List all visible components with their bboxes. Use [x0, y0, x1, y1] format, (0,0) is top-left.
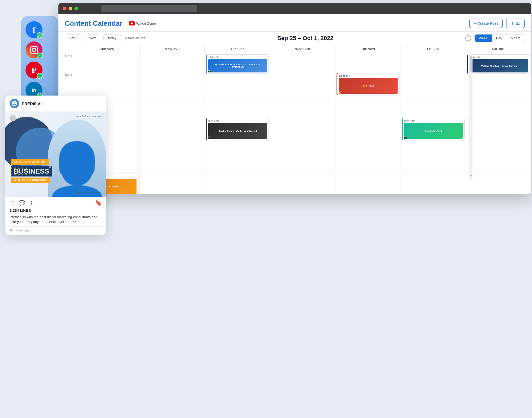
cell-mon-4[interactable] [140, 173, 205, 194]
close-button[interactable] [63, 7, 66, 10]
time-header [58, 45, 74, 53]
cell-wed-1[interactable] [270, 98, 335, 117]
cell-sat-1[interactable] [466, 98, 531, 117]
event-img-tue-0244: Craving Comfort We Got You Covered [208, 123, 267, 139]
cell-sun-11[interactable] [74, 53, 140, 72]
event-tue-1149[interactable]: 11:49 am QUALITY SNEAKERS AND FOOTWEAR F… [206, 54, 269, 74]
event-fb-icon-thu: 👍 [338, 91, 342, 94]
pinterest-check: ✓ [37, 73, 42, 79]
event-thu-1245[interactable]: 12:45 pm 💪 workout 👍 [337, 73, 399, 95]
cell-mon-1[interactable] [140, 98, 205, 117]
like-icon[interactable]: ♡ [10, 200, 14, 206]
cell-wed-4[interactable] [270, 173, 335, 194]
url-bar[interactable] [101, 5, 197, 12]
event-ig-icon-fri: 📷 [404, 136, 407, 139]
header-thu: Thu 9/29 [335, 45, 401, 53]
instagram-icon[interactable]: ✓ [25, 41, 42, 58]
facebook-row: f ✓ [25, 21, 54, 38]
event-ig-icon-tue-2: 📷 [208, 136, 211, 139]
post-time: 29 minutes ago [5, 227, 106, 235]
cell-mon-12[interactable] [140, 72, 205, 98]
calendar-grid: Sun 9/25 Mon 9/26 Tue 9/27 Wed 9/28 Thu … [58, 45, 531, 194]
cell-mon-2[interactable] [140, 117, 205, 146]
post-website: www.helpmybuss.com [76, 115, 102, 118]
cell-fri-3[interactable] [401, 146, 466, 173]
cell-tue-11[interactable]: 11:49 am QUALITY SNEAKERS AND FOOTWEAR F… [205, 53, 270, 72]
share-icon[interactable]: ✈ [29, 200, 34, 206]
cell-thu-4[interactable] [335, 173, 401, 194]
action-icons-row: ♡ 💬 ✈ 🔖 [10, 200, 102, 206]
next-button[interactable]: Next [84, 34, 100, 42]
week-tab[interactable]: Week [475, 35, 492, 42]
today-button[interactable]: today [103, 34, 121, 42]
cell-tue-2[interactable]: 02:44 pm Craving Comfort We Got You Cove… [205, 117, 270, 146]
calendar-header-row: Sun 9/25 Mon 9/26 Tue 9/27 Wed 9/28 Thu … [58, 45, 531, 53]
time-row-1pm: 1pm [58, 98, 531, 117]
pinterest-icon[interactable]: P ✓ [25, 62, 42, 79]
cell-fri-1[interactable] [401, 98, 466, 117]
calendar-controls: Prev Next today Asia/Calcutta Sep 25 – O… [58, 32, 531, 45]
cell-tue-4[interactable] [205, 173, 270, 194]
cell-wed-3[interactable] [270, 146, 335, 173]
cell-thu-12[interactable]: 12:45 pm 💪 workout 👍 [335, 72, 401, 98]
predis-app-name: PREDIS.AI [22, 101, 42, 106]
cell-wed-12[interactable] [270, 72, 335, 98]
event-fri-0244[interactable]: 02:44 pm Best Italian Food 📷 [402, 118, 465, 140]
prev-button[interactable]: Prev [65, 34, 81, 42]
cell-thu-3[interactable] [335, 146, 401, 173]
day-tab[interactable]: Day [492, 35, 507, 42]
cell-mon-3[interactable] [140, 146, 205, 173]
time-row-11am: 11am 11:49 am QUALITY SNEAKERS AND FOOTW… [58, 53, 531, 72]
event-sat-1148[interactable]: 11:48 am We Have The Burger You're Cravi… [467, 54, 530, 74]
bookmark-icon[interactable]: 🔖 [95, 200, 102, 206]
info-icon[interactable]: i [465, 35, 471, 41]
pinterest-row: P ✓ [25, 62, 54, 79]
toolbar-right: + Create Post ⬇ Ex [469, 19, 525, 28]
header-wed: Wed 9/28 [270, 45, 335, 53]
cell-wed-2[interactable] [270, 117, 335, 146]
cell-sat-11[interactable]: 11:48 am We Have The Burger You're Cravi… [466, 53, 531, 72]
header-fri: Fri 9/30 [401, 45, 466, 53]
time-label-11am: 11am [58, 53, 74, 72]
cell-sat-4[interactable] [466, 173, 531, 194]
cell-sat-12[interactable] [466, 72, 531, 98]
likes-count: 1,234 LIKES [10, 208, 102, 213]
cell-thu-2[interactable] [335, 117, 401, 146]
header-mon: Mon 9/26 [140, 45, 205, 53]
brand-avatar [10, 115, 16, 121]
cell-sat-2[interactable] [466, 117, 531, 146]
cell-fri-11[interactable] [401, 53, 466, 72]
month-tab[interactable]: Month [507, 35, 525, 42]
cell-thu-1[interactable] [335, 98, 401, 117]
cell-thu-11[interactable] [335, 53, 401, 72]
yt-play-icon [131, 22, 133, 25]
time-row-4pm: 4pm 4:20 pm 🍝 ITALIAN DELIGHTS 📷 [58, 173, 531, 194]
cell-mon-11[interactable] [140, 53, 205, 72]
cell-fri-12[interactable] [401, 72, 466, 98]
cell-sat-3[interactable] [466, 146, 531, 173]
post-card-body: 👤 LETS GROW YOUR BUSINESS WITH OUR EXPER… [5, 112, 106, 197]
svg-point-1 [32, 48, 36, 51]
facebook-icon[interactable]: f ✓ [25, 21, 42, 38]
browser-window: Content Calendar Watch Demo + Create Pos… [58, 3, 531, 194]
cell-tue-1[interactable] [205, 98, 270, 117]
maximize-button[interactable] [74, 7, 78, 10]
cell-sun-12[interactable] [74, 72, 140, 98]
timezone-label: Asia/Calcutta [125, 36, 146, 40]
cell-tue-3[interactable] [205, 146, 270, 173]
post-expertise-text: WITH OUR EXPERTISE! [11, 178, 50, 183]
cell-wed-11[interactable] [270, 53, 335, 72]
comment-icon[interactable]: 💬 [19, 200, 25, 206]
create-post-button[interactable]: + Create Post [469, 19, 503, 28]
event-time-thu-1245: 12:45 pm [339, 74, 398, 77]
minimize-button[interactable] [69, 7, 72, 10]
cell-fri-2[interactable]: 02:44 pm Best Italian Food 📷 [401, 117, 466, 146]
cell-fri-4[interactable] [401, 173, 466, 194]
watch-demo-link[interactable]: Watch Demo [129, 21, 156, 25]
event-tue-0244[interactable]: 02:44 pm Craving Comfort We Got You Cove… [206, 118, 269, 140]
event-time-sat-1148: 11:48 am [469, 56, 528, 59]
export-button[interactable]: ⬇ Ex [506, 19, 525, 28]
cell-tue-12[interactable] [205, 72, 270, 98]
show-more-link[interactable]: ...show more [65, 220, 84, 224]
time-label-12pm: 12pm [58, 72, 74, 98]
